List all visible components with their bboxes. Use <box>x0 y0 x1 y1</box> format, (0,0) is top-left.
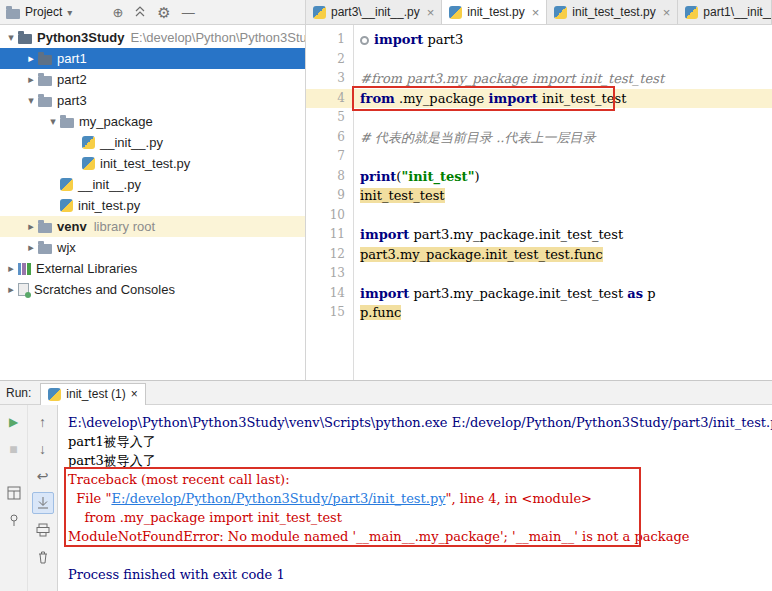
project-view-selector[interactable]: Project ▾ <box>6 5 72 19</box>
code-token: import <box>360 227 409 242</box>
tree-item-part2[interactable]: ▸ part2 <box>0 69 305 90</box>
text-line: #from part3.my_package import init_test_… <box>354 69 772 89</box>
editor-tab-bar: part3\__init__.py × init_test.py × init_… <box>306 0 772 25</box>
editor-tab-part3-init[interactable]: part3\__init__.py × <box>306 0 442 24</box>
project-toolbar-icons: ⊕ ⚙ — <box>112 5 194 20</box>
tab-label: part3\__init__.py <box>331 5 420 19</box>
tree-item-venv[interactable]: ▸ venv library root <box>0 216 305 237</box>
code-area[interactable]: import part3 #from part3.my_package impo… <box>354 25 772 380</box>
tree-item-part3[interactable]: ▾ part3 <box>0 90 305 111</box>
scroll-to-end-button[interactable] <box>32 492 54 514</box>
line-number: 5 <box>306 108 353 128</box>
folder-icon <box>38 55 52 65</box>
python-file-icon <box>60 178 73 191</box>
code-token: p.func <box>360 305 401 320</box>
code-token: import <box>488 91 537 106</box>
tree-item-scratches[interactable]: ▸ Scratches and Consoles <box>0 279 305 300</box>
stop-button[interactable]: ■ <box>3 438 25 460</box>
chevron-down-icon[interactable]: ▾ <box>24 90 38 111</box>
line-number: 10 <box>306 206 353 226</box>
text-line <box>354 50 772 70</box>
code-token: part3 <box>423 32 463 47</box>
text-line: init_test_test <box>354 186 772 206</box>
pycharm-window: Project ▾ ⊕ ⚙ — part3\__init__.py × init… <box>0 0 772 591</box>
pin-tab-button[interactable] <box>3 509 25 531</box>
project-toolbar: Project ▾ ⊕ ⚙ — <box>0 0 306 25</box>
text-line: Process finished with exit code 1 <box>68 565 772 584</box>
tree-item-part1[interactable]: ▸ part1 <box>0 48 305 69</box>
tree-item-init-test-test-py[interactable]: init_test_test.py <box>0 153 305 174</box>
text-line <box>354 147 772 167</box>
text-line: E:\develop\Python\Python3Study\venv\Scri… <box>68 413 772 432</box>
folder-icon <box>6 9 20 19</box>
tree-item-label: part1 <box>57 48 87 69</box>
chevron-right-icon[interactable]: ▸ <box>4 279 18 300</box>
editor-tab-init-test[interactable]: init_test.py × <box>442 0 547 24</box>
chevron-right-icon[interactable]: ▸ <box>24 237 38 258</box>
console-output[interactable]: E:\develop\Python\Python3Study\venv\Scri… <box>58 405 772 591</box>
project-panel: ▾ Python3Study E:\develop\Python\Python3… <box>0 25 306 380</box>
code-token: print <box>360 169 396 184</box>
editor-tab-init-test-test[interactable]: init_test_test.py × <box>547 0 678 24</box>
tree-item-init-py-package[interactable]: __init__.py <box>0 132 305 153</box>
tree-item-label: wjx <box>57 237 76 258</box>
close-icon[interactable]: × <box>532 5 540 20</box>
restore-layout-button[interactable] <box>3 482 25 504</box>
collapse-all-icon[interactable] <box>134 6 146 18</box>
chevron-down-icon[interactable]: ▾ <box>46 111 60 132</box>
line-number: 4 <box>306 89 353 109</box>
code-token: from .my_package import init_test_test <box>68 510 342 525</box>
tree-item-init-test-py[interactable]: init_test.py <box>0 195 305 216</box>
code-token: ", line 4, in <module> <box>446 491 592 506</box>
run-tab-label: init_test (1) <box>66 387 125 401</box>
tab-label: part1\__init__.py <box>703 5 772 19</box>
code-token: part1被导入了 <box>68 434 156 449</box>
line-number: 15 <box>306 303 353 323</box>
tree-item-python3study[interactable]: ▾ Python3Study E:\develop\Python\Python3… <box>0 27 305 48</box>
tree-item-my-package[interactable]: ▾ my_package <box>0 111 305 132</box>
clear-all-icon[interactable] <box>32 546 54 568</box>
close-icon[interactable]: × <box>663 5 671 20</box>
chevron-right-icon[interactable]: ▸ <box>4 258 18 279</box>
editor[interactable]: 123456789101112131415 import part3 #from… <box>306 25 772 380</box>
code-token: "init_test" <box>401 169 474 184</box>
text-line: import part3.my_package.init_test_test <box>354 225 772 245</box>
tree-item-label: External Libraries <box>36 258 137 279</box>
tree-item-external-libraries[interactable]: ▸ External Libraries <box>0 258 305 279</box>
libraries-icon <box>18 263 31 275</box>
text-line <box>354 108 772 128</box>
hide-panel-icon[interactable]: — <box>182 6 195 19</box>
print-button[interactable] <box>32 519 54 541</box>
locate-file-icon[interactable]: ⊕ <box>112 6 123 19</box>
stacktrace-link[interactable]: E:/develop/Python/Python3Study/part3/ini… <box>111 491 445 506</box>
tree-item-init-py-part3[interactable]: __init__.py <box>0 174 305 195</box>
line-number: 1 <box>306 30 353 50</box>
editor-tab-part1-init[interactable]: part1\__init__.py × <box>678 0 772 24</box>
chevron-right-icon[interactable]: ▸ <box>24 69 38 90</box>
code-token: part3.my_package.init_test_test <box>409 227 623 242</box>
rerun-button[interactable]: ▶ <box>3 411 25 433</box>
prev-trace-button[interactable]: ↑ <box>32 411 54 433</box>
tree-item-wjx[interactable]: ▸ wjx <box>0 237 305 258</box>
chevron-down-icon: ▾ <box>67 7 72 18</box>
python-file-icon <box>82 157 95 170</box>
chevron-down-icon[interactable]: ▾ <box>4 27 18 48</box>
settings-gear-icon[interactable]: ⚙ <box>157 5 170 20</box>
project-folder-icon <box>18 34 32 44</box>
editor-gutter[interactable]: 123456789101112131415 <box>306 25 354 380</box>
next-trace-button[interactable]: ↓ <box>32 438 54 460</box>
tree-item-suffix: library root <box>94 216 155 237</box>
tree-item-label: __init__.py <box>78 174 141 195</box>
run-tab-init-test[interactable]: init_test (1) × <box>40 383 145 405</box>
soft-wrap-button[interactable]: ↩ <box>32 465 54 487</box>
code-token: import <box>374 32 423 47</box>
text-line: from .my_package import init_test_test <box>68 508 772 527</box>
line-number: 7 <box>306 147 353 167</box>
close-icon[interactable]: × <box>427 5 435 20</box>
python-file-icon <box>82 136 95 149</box>
close-icon[interactable]: × <box>131 387 138 401</box>
line-number: 13 <box>306 264 353 284</box>
chevron-right-icon[interactable]: ▸ <box>24 216 38 237</box>
run-panel: Run: init_test (1) × ▶ ■ ↑ ↓ <box>0 380 772 591</box>
chevron-right-icon[interactable]: ▸ <box>24 48 38 69</box>
